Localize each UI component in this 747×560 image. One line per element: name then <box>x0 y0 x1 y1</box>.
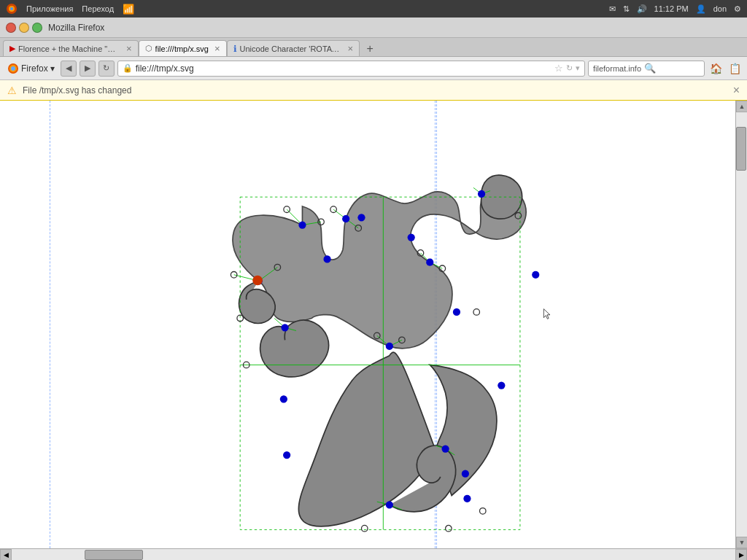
system-bar-left: Приложения Переход 📶 <box>6 3 134 15</box>
tab2-label: file:///tmp/x.svg <box>155 44 209 53</box>
svg-point-39 <box>361 525 368 532</box>
title-bar: Mozilla Firefox <box>0 18 747 38</box>
tab2-icon: ⬡ <box>145 44 152 53</box>
main-area: ▲ ▼ ◀ ▶ <box>0 101 747 560</box>
firefox-menu[interactable]: Firefox ▾ <box>4 63 58 74</box>
notification-text: File /tmp/x.svg has changed <box>23 85 131 96</box>
window-controls <box>6 23 42 33</box>
firefox-sys-icon <box>6 3 18 15</box>
system-bar: Приложения Переход 📶 ✉ ⇅ 🔊 11:12 PM 👤 do… <box>0 0 747 18</box>
forward-button[interactable]: ▶ <box>80 61 96 77</box>
tab3-icon: ℹ <box>233 44 237 54</box>
tab-florence[interactable]: ▶ Florence + the Machine "Sh... × <box>3 40 139 56</box>
refresh-button[interactable]: ↻ <box>98 61 115 77</box>
reload-icon[interactable]: ↻ <box>566 63 573 73</box>
scroll-track-vertical[interactable] <box>736 112 747 537</box>
address-bar[interactable]: 🔒 file:///tmp/x.svg ☆ ↻ ▾ <box>117 61 585 77</box>
svg-point-46 <box>386 343 393 350</box>
svg-point-60 <box>283 451 290 459</box>
bookmark-button[interactable]: 📋 <box>727 61 743 77</box>
tab1-close[interactable]: × <box>126 43 132 54</box>
dropdown-icon[interactable]: ▾ <box>576 63 580 73</box>
main-shape-group <box>231 175 539 532</box>
tab-unicode[interactable]: ℹ Unicode Character 'ROTATE... × <box>227 40 360 56</box>
svg-point-5 <box>11 66 15 71</box>
firefox-dropdown-icon: ▾ <box>50 63 55 74</box>
svg-point-52 <box>478 190 485 198</box>
svg-point-62 <box>463 495 471 502</box>
content-scroll-area: ▲ ▼ <box>0 101 747 548</box>
svg-point-53 <box>357 214 365 221</box>
firefox-label-text: Firefox <box>21 63 48 74</box>
svg-point-45 <box>298 221 306 228</box>
svg-point-2 <box>10 7 13 10</box>
svg-point-47 <box>342 215 349 222</box>
network-status-icon: ⇅ <box>623 4 630 14</box>
svg-viewport[interactable] <box>0 101 735 548</box>
close-button[interactable] <box>6 23 16 33</box>
svg-point-54 <box>408 233 415 241</box>
svg-point-37 <box>473 309 480 316</box>
svg-point-58 <box>280 395 287 402</box>
svg-point-38 <box>480 508 487 515</box>
scroll-thumb-horizontal[interactable] <box>85 550 143 560</box>
email-icon: ✉ <box>609 4 616 14</box>
scroll-left-button[interactable]: ◀ <box>0 549 12 561</box>
user-name: don <box>713 4 727 13</box>
svg-point-61 <box>462 470 469 478</box>
svg-point-57 <box>532 271 539 279</box>
svg-point-56 <box>323 255 330 262</box>
scroll-track-horizontal[interactable] <box>12 549 735 561</box>
tab1-icon: ▶ <box>9 44 15 53</box>
minimize-button[interactable] <box>19 23 29 33</box>
tab3-label: Unicode Character 'ROTATE... <box>240 44 342 53</box>
places-menu[interactable]: Переход <box>82 4 114 13</box>
home-button[interactable]: 🏠 <box>708 61 724 77</box>
scroll-right-button[interactable]: ▶ <box>735 549 747 561</box>
svg-point-49 <box>281 324 288 331</box>
maximize-button[interactable] <box>32 23 42 33</box>
scroll-down-button[interactable]: ▼ <box>736 537 747 548</box>
network-icon: 📶 <box>123 4 134 15</box>
clock: 11:12 PM <box>654 4 689 13</box>
scroll-thumb-vertical[interactable] <box>736 127 746 171</box>
svg-point-27 <box>231 272 237 279</box>
svg-point-40 <box>446 525 452 532</box>
scroll-up-button[interactable]: ▲ <box>736 101 747 112</box>
address-text: file:///tmp/x.svg <box>136 63 551 74</box>
user-icon: 👤 <box>696 4 706 14</box>
tab3-close[interactable]: × <box>348 43 354 54</box>
tab2-close[interactable]: × <box>214 43 220 54</box>
window-title: Mozilla Firefox <box>48 23 104 33</box>
notification-close-button[interactable]: × <box>733 84 740 97</box>
svg-point-50 <box>386 501 393 508</box>
svg-point-59 <box>498 381 505 389</box>
svg-point-55 <box>453 308 460 316</box>
search-icon: 🔍 <box>644 63 656 74</box>
svg-drawing <box>0 101 735 548</box>
vertical-scrollbar[interactable]: ▲ ▼ <box>735 101 747 548</box>
nav-bar: Firefox ▾ ◀ ▶ ↻ 🔒 file:///tmp/x.svg ☆ ↻ … <box>0 57 747 80</box>
search-engine-label: fileformat.info <box>593 64 641 73</box>
svg-point-51 <box>441 445 449 452</box>
notification-icon: ⚠ <box>7 85 17 96</box>
svg-point-48 <box>426 259 433 266</box>
firefox-logo-icon <box>7 63 19 74</box>
tabs-bar: ▶ Florence + the Machine "Sh... × ⬡ file… <box>0 38 747 57</box>
address-bar-icon: 🔒 <box>123 63 133 73</box>
horizontal-scrollbar-area: ◀ ▶ <box>0 548 747 560</box>
volume-icon: 🔊 <box>637 4 647 14</box>
system-bar-right: ✉ ⇅ 🔊 11:12 PM 👤 don ⚙ <box>609 4 741 14</box>
apps-menu[interactable]: Приложения <box>26 4 73 13</box>
search-bar[interactable]: fileformat.info 🔍 <box>588 61 705 77</box>
firefox-window: Mozilla Firefox ▶ Florence + the Machine… <box>0 18 747 560</box>
notification-bar: ⚠ File /tmp/x.svg has changed × <box>0 80 747 101</box>
settings-icon[interactable]: ⚙ <box>734 4 741 14</box>
star-icon[interactable]: ☆ <box>554 63 563 74</box>
selected-anchor <box>252 276 263 286</box>
new-tab-button[interactable]: + <box>363 42 377 56</box>
tab-svg[interactable]: ⬡ file:///tmp/x.svg × <box>139 40 227 56</box>
tab1-label: Florence + the Machine "Sh... <box>18 44 120 53</box>
back-button[interactable]: ◀ <box>61 61 77 77</box>
cursor <box>543 309 550 319</box>
